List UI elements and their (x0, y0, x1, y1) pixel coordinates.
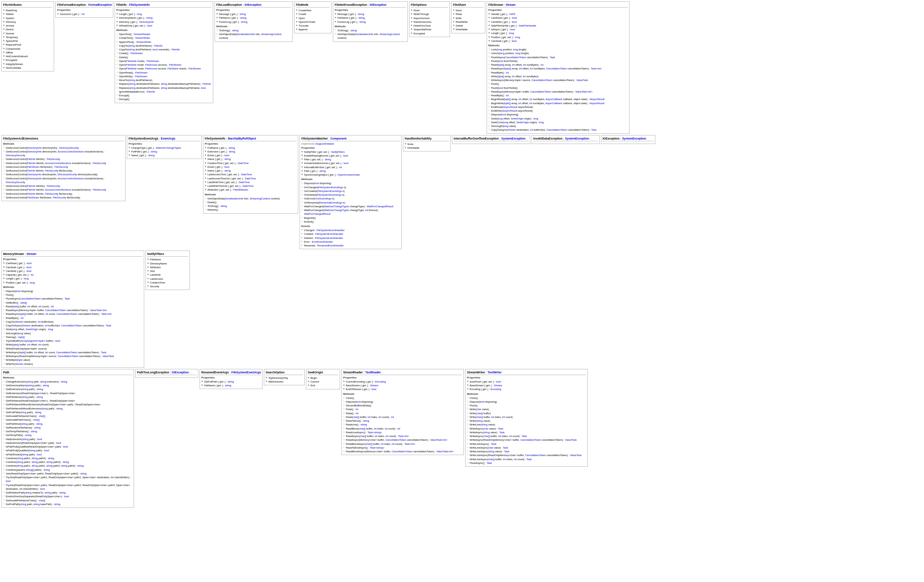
list-item: Flush() (488, 82, 628, 86)
list-item: ReadToEnd() : string (343, 419, 462, 423)
list-item: Directory (3, 20, 52, 24)
list-item: Security (147, 284, 188, 288)
list-item: Append (296, 28, 330, 31)
list-item: CreateNew (296, 8, 330, 12)
list-item: SetAccessControl(FileInfo fileInfo, File… (3, 169, 124, 172)
card-stream-writer: StreamWriter : TextWriter Properties Aut… (465, 369, 587, 466)
list-item: OpenOrCreate (296, 20, 330, 24)
link-long[interactable]: long (137, 13, 142, 16)
list-item: OnRenamed(RenamedEventArgs e) (301, 201, 400, 205)
list-item: TopDirectoryOnly (266, 376, 303, 380)
list-item: TryJoin(ReadOnlySpan<char> path1, ReadOn… (3, 483, 132, 491)
link-io-exception2[interactable]: IOException (370, 3, 387, 7)
renamed-event-args-props: OldFullPath { get; } : string OldName { … (201, 380, 261, 388)
list-item: Write (453, 17, 483, 20)
card-title-filesystem-event-args: FileSystemEventArgs : EventArgs (129, 137, 200, 141)
list-item: EndsInDirectorySeparator(ReadOnlySpan<ch… (3, 494, 132, 498)
stream-writer-props: AutoFlush { get; set; } : bool BaseStrea… (467, 380, 586, 392)
list-item: ReadByte() : int (488, 71, 628, 74)
list-item: GetInvalidFileNameChars() : char[] (3, 499, 132, 503)
card-title-search-option: SearchOption (266, 370, 303, 375)
list-item: Flush(bool flushToDisk) (488, 86, 628, 90)
card-title-file-mode: FileMode (296, 3, 330, 8)
list-item: Read (453, 12, 483, 16)
list-item: ToArray() : byte[] (3, 335, 142, 339)
list-item: GetAccessControl(DirectoryInfo directory… (3, 177, 124, 185)
list-item: Read(char[] buffer, int index, int count… (343, 415, 462, 419)
list-item: ChangeExtension(string path, string exte… (3, 380, 132, 384)
list-item: ChangeType { get; } : WatcherChangeTypes (129, 146, 200, 150)
file-load-exception-props: Message { get; } : string FileName { get… (216, 12, 291, 24)
file-mode-list: CreateNew Create Open OpenOrCreate Trunc… (296, 8, 330, 31)
link-uri[interactable]: Uri (81, 13, 85, 16)
list-item: SafeFileHandle { get; } : SafeFileHandle (488, 24, 628, 28)
card-file-info: FileInfo : FileSystemInfo Properties Len… (115, 2, 213, 103)
list-item: CopyTo(string destFileName) : FileInfo (116, 44, 211, 48)
card-io-exception: IOException : SystemException (601, 135, 655, 144)
list-item: Replace(string destinationFileName, stri… (116, 86, 211, 94)
section-properties: Properties (216, 8, 291, 12)
card-title-stream-writer: StreamWriter : TextWriter (467, 370, 586, 375)
card-title-notify-filters: NotifyFilters (147, 252, 188, 256)
list-item: IsReadOnly { get; set; } : bool (116, 24, 211, 28)
list-item: CanWrite { get; } : bool (488, 20, 628, 24)
link-directoryinfo[interactable]: DirectoryInfo (139, 20, 154, 23)
file-attributes-list: ReadOnly Hidden System Directory Archive… (3, 8, 52, 70)
list-item: End (308, 384, 338, 387)
list-item: Encrypted (3, 58, 52, 62)
file-options-list: None WriteThrough Asynchronous RandomAcc… (411, 8, 448, 35)
card-title-file-attributes: FileAttributes (3, 3, 52, 8)
file-share-list: None Read Write ReadWrite Delete Inherit… (453, 8, 483, 31)
list-item: ReadBlock(char[] buffer, int index, int … (343, 427, 462, 430)
card-title-file-not-found-exception: FileNotFoundException : IOException (335, 3, 406, 8)
card-title-handle-inheritability: HandleInheritability (405, 137, 449, 141)
list-item: Device (3, 28, 52, 31)
list-item: Read(byte[] array, int offset, int numBy… (488, 63, 628, 67)
section-methods: Methods (301, 178, 400, 181)
list-item: FileName { get; } : string (216, 16, 291, 20)
list-item: Dispose(bool disposing) (301, 182, 400, 185)
card-title-filesystem-watcher: FileSystemWatcher : Component (301, 137, 400, 141)
link-format-exception[interactable]: FormatException (88, 3, 112, 7)
section-properties: Properties (335, 8, 406, 12)
list-item: Normal (3, 31, 52, 35)
list-item: Write(ReadOnlySpan<byte> source) (3, 347, 142, 351)
link-bool[interactable]: bool (147, 24, 152, 27)
list-item: Read(byte[] buffer, int offset, int coun… (3, 304, 142, 308)
list-item: FullPath { get; } : string (129, 150, 200, 154)
list-item: Open (296, 17, 330, 20)
section-properties: Properties (116, 8, 211, 12)
card-filesystem-info: FileSystemInfo : MarshalByRefObject Prop… (203, 135, 298, 214)
link-file-system-info[interactable]: FileSystemInfo (129, 3, 150, 7)
list-item: SetAccessControl(DirectoryInfo directory… (3, 172, 124, 176)
list-item: Write(char value) (467, 407, 586, 411)
list-item: Length { get; } : long (488, 31, 628, 35)
list-item: WriteTo(Stream stream) (3, 362, 142, 366)
list-item: FlushAsync(CancellationToken cancellatio… (3, 297, 142, 301)
card-title-io-exception: IOException : SystemException (602, 137, 653, 141)
link-string[interactable]: string (146, 17, 152, 20)
list-item: Delete() (116, 56, 211, 59)
stream-reader-props: CurrentEncoding { get; } : Encoding Base… (343, 380, 462, 392)
list-item: Position { get; set; } : long (488, 35, 628, 39)
list-item: ReadByte() : int (3, 316, 142, 320)
list-item: Message { get; } : string (216, 12, 291, 16)
list-item: EndOfStream { get; } : bool (343, 387, 462, 391)
link-io-exception[interactable]: IOException (244, 3, 262, 7)
list-item: IsPathRooted(string path) : bool (3, 453, 132, 456)
list-item: Unlock(long position, long length) (488, 51, 628, 55)
list-item: Seek(long offset, SeekOrigin origin) : l… (3, 327, 142, 331)
list-item: Deleted : FileSystemEventHandler (301, 236, 400, 240)
card-renamed-event-args: RenamedEventArgs : FileSystemEventArgs P… (200, 369, 262, 389)
list-item: Replace(string destinationFileName, stri… (116, 82, 211, 86)
list-item: WriteByte(byte value) (3, 358, 142, 362)
list-item: FusionLog { get; } : string (216, 20, 291, 24)
section-methods: Methods (205, 193, 297, 196)
list-item: LastAccessTime { get; set; } : DateTime (205, 172, 297, 176)
link-stream[interactable]: Stream (506, 3, 516, 7)
card-notify-filters: NotifyFilters FileName DirectoryName Att… (145, 251, 190, 290)
list-item: Close() (343, 396, 462, 400)
card-internal-buffer-overflow: InternalBufferOverflowException : System… (452, 135, 530, 144)
list-item: ReadByte() : int (488, 94, 628, 98)
file-not-found-exception-props: Message { get; } : string FileName { get… (335, 12, 406, 24)
